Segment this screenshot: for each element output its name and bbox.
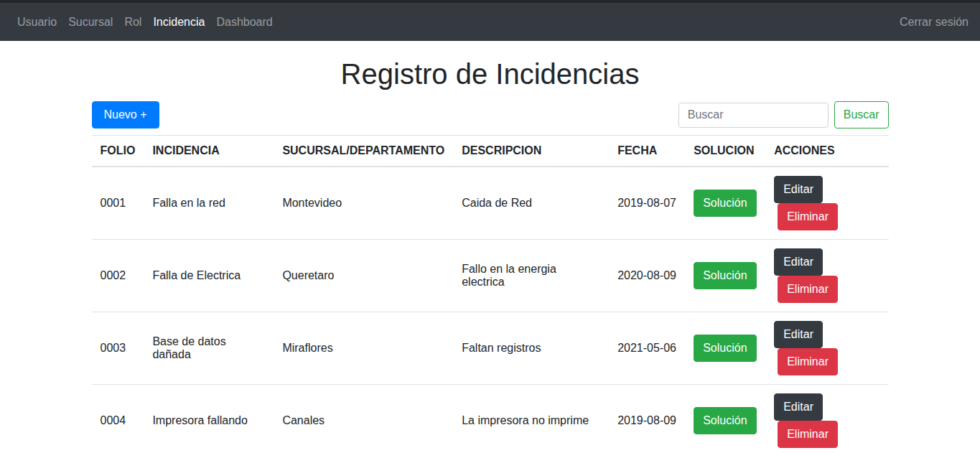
cell-sucursal: Queretaro xyxy=(274,240,453,312)
nav-item-usuario[interactable]: Usuario xyxy=(11,10,62,34)
cell-incidencia: Falla de Electrica xyxy=(144,240,274,312)
delete-button[interactable]: Eliminar xyxy=(778,421,838,448)
delete-button[interactable]: Eliminar xyxy=(778,276,838,303)
navbar-menu: Usuario Sucursal Rol Incidencia Dashboar… xyxy=(11,10,279,34)
cell-descripcion: Caida de Red xyxy=(453,167,609,240)
cell-incidencia: Base de datos dañada xyxy=(144,312,274,385)
nav-item-incidencia[interactable]: Incidencia xyxy=(147,10,210,34)
nav-item-dashboard[interactable]: Dashboard xyxy=(210,10,278,34)
cell-sucursal: Miraflores xyxy=(274,312,453,385)
cell-folio: 0004 xyxy=(92,385,144,453)
logout-link[interactable]: Cerrar sesión xyxy=(900,10,969,34)
cell-descripcion: Faltan registros xyxy=(453,312,609,385)
table-header: FOLIO INCIDENCIA SUCURSAL/DEPARTAMENTO D… xyxy=(92,136,889,167)
navbar: Usuario Sucursal Rol Incidencia Dashboar… xyxy=(0,3,980,41)
header-sucursal: SUCURSAL/DEPARTAMENTO xyxy=(274,136,453,167)
table-row: 0001 Falla en la red Montevideo Caida de… xyxy=(92,167,889,240)
cell-fecha: 2020-08-09 xyxy=(609,240,685,312)
header-descripcion: DESCRIPCION xyxy=(453,136,609,167)
header-folio: FOLIO xyxy=(92,136,144,167)
header-fecha: FECHA xyxy=(609,136,685,167)
delete-button[interactable]: Eliminar xyxy=(778,203,838,230)
toolbar: Nuevo + Buscar xyxy=(92,101,889,129)
cell-incidencia: Impresora fallando xyxy=(144,385,274,453)
solution-button[interactable]: Solución xyxy=(694,335,756,362)
cell-incidencia: Falla en la red xyxy=(144,167,274,240)
table-row: 0002 Falla de Electrica Queretaro Fallo … xyxy=(92,240,889,312)
solution-button[interactable]: Solución xyxy=(694,407,756,434)
incidents-table: FOLIO INCIDENCIA SUCURSAL/DEPARTAMENTO D… xyxy=(92,135,889,453)
cell-descripcion: La impresora no imprime xyxy=(453,385,609,453)
search-input[interactable] xyxy=(678,103,829,128)
edit-button[interactable]: Editar xyxy=(774,321,823,348)
cell-sucursal: Canales xyxy=(274,385,453,453)
solution-button[interactable]: Solución xyxy=(694,262,756,289)
cell-sucursal: Montevideo xyxy=(274,167,453,240)
cell-descripcion: Fallo en la energia electrica xyxy=(453,240,609,312)
header-incidencia: INCIDENCIA xyxy=(144,136,274,167)
nav-item-sucursal[interactable]: Sucursal xyxy=(62,10,118,34)
edit-button[interactable]: Editar xyxy=(774,393,823,421)
header-acciones: ACCIONES xyxy=(765,136,888,167)
search-group: Buscar xyxy=(678,101,889,129)
table-row: 0004 Impresora fallando Canales La impre… xyxy=(92,385,889,453)
search-button[interactable]: Buscar xyxy=(834,101,889,129)
delete-button[interactable]: Eliminar xyxy=(778,348,838,375)
cell-fecha: 2019-08-07 xyxy=(609,167,685,240)
solution-button[interactable]: Solución xyxy=(694,190,756,217)
header-solucion: SOLUCION xyxy=(685,136,765,167)
new-incident-button[interactable]: Nuevo + xyxy=(92,101,159,129)
page-title: Registro de Incidencias xyxy=(92,57,889,91)
cell-folio: 0001 xyxy=(92,167,144,240)
cell-folio: 0003 xyxy=(92,312,144,385)
table-row: 0003 Base de datos dañada Miraflores Fal… xyxy=(92,312,889,385)
cell-fecha: 2021-05-06 xyxy=(609,312,685,385)
nav-item-rol[interactable]: Rol xyxy=(118,10,147,34)
main-content: Registro de Incidencias Nuevo + Buscar F… xyxy=(81,57,900,453)
edit-button[interactable]: Editar xyxy=(774,248,823,276)
cell-fecha: 2019-08-09 xyxy=(609,385,685,453)
edit-button[interactable]: Editar xyxy=(774,176,823,203)
cell-folio: 0002 xyxy=(92,240,144,312)
